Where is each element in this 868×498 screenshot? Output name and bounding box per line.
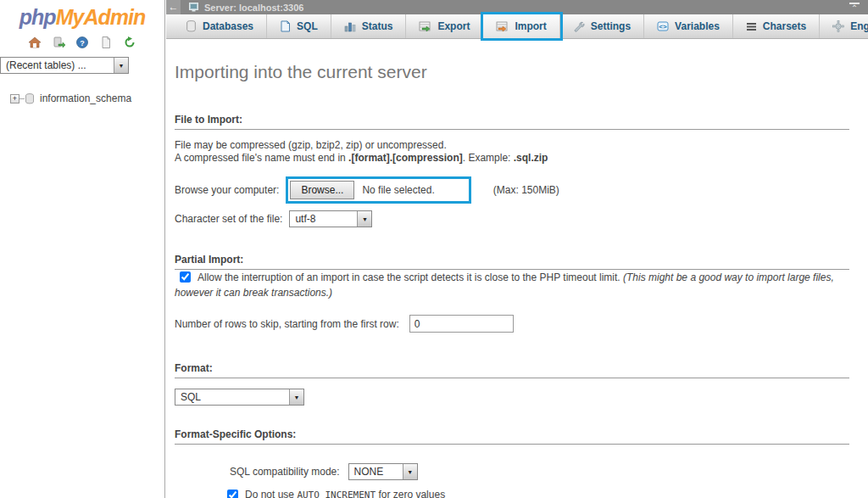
- tab-label: Engines: [850, 20, 868, 32]
- no-file-selected-text: No file selected.: [354, 184, 466, 196]
- tab-label: SQL: [297, 20, 318, 32]
- sql-compatibility-select[interactable]: NONE ▼: [348, 463, 418, 480]
- chevron-down-icon: ▼: [289, 389, 303, 405]
- help-icon[interactable]: ?: [75, 36, 89, 49]
- tab-settings[interactable]: Settings: [560, 14, 644, 38]
- allow-interrupt-checkbox[interactable]: [180, 271, 191, 283]
- partial-import-heading: Partial Import:: [175, 254, 849, 270]
- tab-charsets[interactable]: Charsets: [733, 14, 820, 38]
- charset-row: Character set of the file: utf-8 ▼: [175, 210, 868, 227]
- tab-label: Variables: [675, 20, 720, 32]
- logo-myadmin-text: MyAdmin: [56, 5, 146, 29]
- sidebar-icon-toolbar: ?: [0, 35, 164, 50]
- import-icon: [496, 20, 509, 32]
- navigation-sidebar: phpMyAdmin ? (Recent tables) ... ▼ + inf…: [0, 0, 165, 498]
- recent-tables-select[interactable]: (Recent tables) ... ▼: [0, 57, 129, 74]
- svg-text:?: ?: [80, 39, 85, 48]
- tab-export[interactable]: Export: [406, 14, 483, 38]
- sql-compatibility-value: NONE: [349, 464, 403, 479]
- skip-rows-label: Number of rows to skip, starting from th…: [175, 318, 399, 330]
- databases-icon: [186, 20, 197, 32]
- format-heading: Format:: [175, 362, 849, 378]
- tab-label: Import: [515, 20, 546, 32]
- chevron-down-icon: ▼: [114, 58, 128, 73]
- sidebar-item-information-schema[interactable]: information_schema: [40, 92, 131, 104]
- tab-engines[interactable]: Engines: [820, 14, 868, 38]
- status-icon: [344, 20, 356, 32]
- tab-label: Charsets: [763, 20, 806, 32]
- sql-icon: [280, 20, 291, 32]
- tab-label: Settings: [591, 20, 631, 32]
- browse-label: Browse your computer:: [175, 184, 279, 196]
- chevron-down-icon: ▼: [403, 464, 417, 479]
- skip-rows-input[interactable]: [409, 315, 514, 333]
- format-select[interactable]: SQL ▼: [175, 389, 304, 406]
- export-icon: [419, 20, 431, 32]
- tab-label: Status: [362, 20, 393, 32]
- charsets-icon: [746, 21, 757, 32]
- settings-icon: [573, 20, 585, 32]
- page-title: Importing into the current server: [175, 62, 868, 82]
- server-breadcrumb[interactable]: Server: localhost:3306: [204, 3, 303, 13]
- auto-increment-checkbox[interactable]: [227, 490, 238, 498]
- file-upload-highlight: Browse... No file selected.: [286, 176, 470, 204]
- server-icon: [189, 3, 200, 12]
- browse-button[interactable]: Browse...: [290, 181, 354, 199]
- tab-import[interactable]: Import: [483, 14, 559, 38]
- compression-info-line1: File may be compressed (gzip, bzip2, zip…: [175, 139, 868, 152]
- scroll-top-icon[interactable]: ⌃: [849, 3, 860, 12]
- browse-row: Browse your computer: Browse... No file …: [175, 176, 868, 204]
- auto-increment-code: AUTO_INCREMENT: [297, 490, 376, 498]
- phpmyadmin-logo: phpMyAdmin: [0, 0, 164, 30]
- tab-status[interactable]: Status: [331, 14, 407, 38]
- tab-sql[interactable]: SQL: [267, 14, 331, 38]
- svg-text:<>: <>: [659, 23, 667, 31]
- sql-compatibility-row: SQL compatibility mode: NONE ▼: [230, 463, 868, 480]
- main-tab-bar: Databases SQL Status Export Import Setti…: [166, 14, 868, 39]
- allow-interrupt-option: Allow the interruption of an import in c…: [175, 271, 834, 299]
- auto-increment-option: Do not use AUTO_INCREMENT for zero value…: [227, 489, 868, 498]
- format-compression-hint: .[format].[compression]: [348, 152, 463, 164]
- skip-rows-row: Number of rows to skip, starting from th…: [175, 315, 868, 333]
- max-upload-size: (Max: 150MiB): [493, 184, 559, 196]
- server-header-bar: ← Server: localhost:3306 ⌃: [166, 0, 868, 14]
- documentation-icon[interactable]: [99, 36, 113, 49]
- expand-icon[interactable]: +: [10, 94, 19, 104]
- sql-zip-example: .sql.zip: [514, 152, 548, 164]
- allow-interrupt-text: Allow the interruption of an import in c…: [198, 271, 623, 283]
- home-icon[interactable]: [28, 36, 42, 49]
- compression-info-line2: A compressed file's name must end in .[f…: [175, 152, 868, 165]
- charset-value: utf-8: [290, 211, 357, 227]
- variables-icon: <>: [657, 20, 669, 32]
- logo-php-text: php: [19, 5, 56, 29]
- tab-label: Databases: [203, 20, 253, 32]
- logout-icon[interactable]: [52, 36, 65, 49]
- format-value: SQL: [175, 389, 289, 405]
- charset-select[interactable]: utf-8 ▼: [289, 210, 372, 227]
- sql-compatibility-label: SQL compatibility mode:: [230, 466, 340, 478]
- tab-variables[interactable]: <> Variables: [644, 14, 733, 38]
- tab-databases[interactable]: Databases: [173, 14, 267, 38]
- import-page-content: Importing into the current server File t…: [166, 39, 868, 498]
- charset-label: Character set of the file:: [175, 213, 282, 225]
- collapse-sidebar-button[interactable]: ←: [166, 0, 181, 14]
- database-tree: + information_schema: [10, 92, 164, 104]
- recent-tables-value: (Recent tables) ...: [1, 58, 114, 73]
- refresh-icon[interactable]: [123, 36, 136, 49]
- format-specific-options-heading: Format-Specific Options:: [175, 428, 849, 445]
- compression-info: File may be compressed (gzip, bzip2, zip…: [175, 139, 868, 165]
- tab-label: Export: [437, 20, 470, 32]
- engines-icon: [832, 20, 844, 32]
- file-to-import-heading: File to Import:: [175, 114, 849, 130]
- chevron-down-icon: ▼: [357, 211, 371, 227]
- database-icon: [25, 93, 35, 104]
